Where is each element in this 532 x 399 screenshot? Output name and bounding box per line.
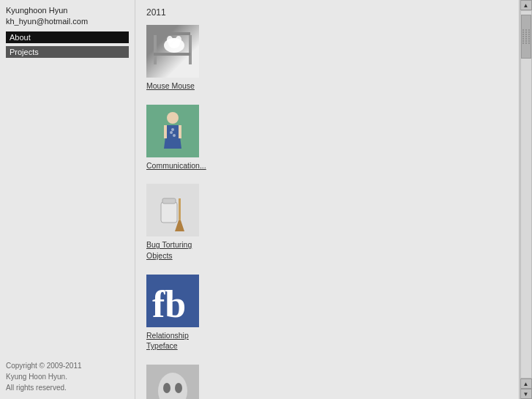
svg-rect-3 — [154, 53, 190, 56]
year-heading: 2011 — [146, 7, 508, 18]
bottom-scroll-arrows: ▲ ▼ — [520, 379, 532, 399]
project-title-bug[interactable]: Bug TorturingObjects — [146, 239, 508, 261]
svg-rect-17 — [161, 202, 177, 223]
projects-button[interactable]: Projects — [6, 46, 129, 58]
svg-point-6 — [167, 36, 173, 43]
svg-point-7 — [176, 36, 181, 43]
main-wrapper: 2011 Mouse Mouse — [135, 0, 532, 399]
copyright-line1: Copyright © 2009-2011 — [6, 360, 129, 371]
sidebar-name: Kyunghoon Hyun — [6, 6, 129, 15]
project-thumbnail-bug[interactable] — [146, 184, 199, 236]
project-title-mouse-mouse[interactable]: Mouse Mouse — [146, 81, 508, 92]
svg-rect-1 — [154, 35, 157, 64]
project-item: Mouse Mouse — [146, 25, 508, 92]
svg-rect-18 — [162, 198, 176, 204]
project-item — [146, 365, 508, 399]
svg-point-25 — [163, 383, 171, 393]
scroll-down-arrow[interactable]: ▼ — [520, 389, 532, 399]
copyright-line2: Kyung Hoon Hyun. — [6, 371, 129, 382]
scrollbar: ▲ ▲ ▼ — [519, 0, 532, 399]
svg-rect-2 — [189, 35, 192, 64]
svg-rect-12 — [179, 125, 181, 138]
project-item: fb RelationshipTypeface — [146, 275, 508, 351]
project-title-communication[interactable]: Communication... — [146, 160, 508, 171]
scroll-thumb[interactable] — [521, 15, 531, 59]
svg-point-9 — [167, 112, 179, 124]
main-content[interactable]: 2011 Mouse Mouse — [135, 0, 519, 399]
svg-rect-11 — [164, 125, 167, 138]
project-item: Bug TorturingObjects — [146, 184, 508, 261]
svg-text:fb: fb — [152, 283, 186, 325]
project-thumbnail-communication[interactable] — [146, 105, 199, 157]
project-thumbnail-mouse-mouse[interactable] — [146, 25, 199, 78]
svg-rect-0 — [154, 32, 190, 35]
scroll-track[interactable] — [520, 10, 532, 379]
scroll-up-arrow[interactable]: ▲ — [520, 0, 532, 10]
svg-point-13 — [170, 131, 173, 134]
scroll-thumb-texture — [522, 15, 531, 58]
sidebar-footer: Copyright © 2009-2011 Kyung Hoon Hyun. A… — [6, 360, 129, 393]
project-thumbnail-relationship[interactable]: fb — [146, 275, 199, 327]
copyright-line3: All rights reserved. — [6, 382, 129, 393]
project-item: Communication... — [146, 105, 508, 171]
project-thumbnail-last[interactable] — [146, 365, 199, 399]
scroll-up-bottom-arrow[interactable]: ▲ — [520, 379, 532, 389]
svg-point-14 — [173, 134, 176, 137]
project-title-relationship[interactable]: RelationshipTypeface — [146, 330, 508, 351]
svg-point-26 — [175, 383, 182, 393]
svg-rect-19 — [179, 198, 181, 224]
svg-point-15 — [171, 128, 174, 131]
sidebar: Kyunghoon Hyun kh_hyun@hotmail.com About… — [0, 0, 135, 399]
sidebar-email: kh_hyun@hotmail.com — [6, 17, 129, 26]
about-button[interactable]: About — [6, 31, 129, 43]
